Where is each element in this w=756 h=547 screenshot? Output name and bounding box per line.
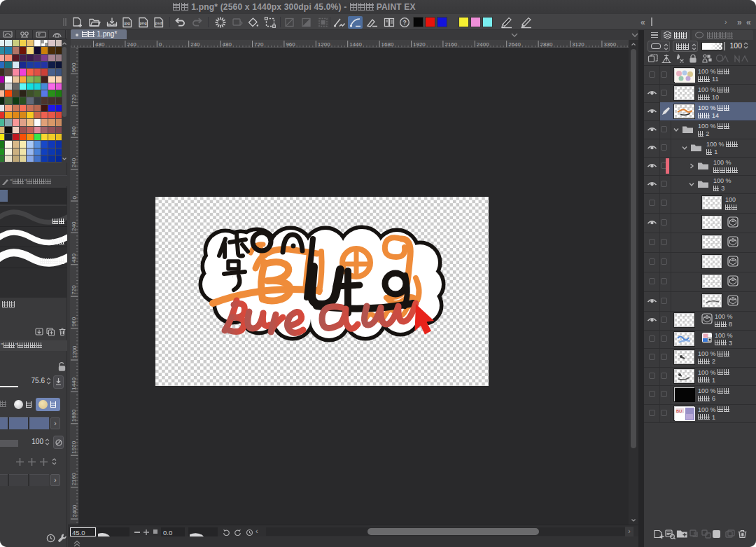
svg-text:BU: BU [676, 409, 682, 413]
svg-text:2160: 2160 [444, 41, 457, 48]
svg-text:1200: 1200 [71, 345, 78, 358]
svg-text:240: 240 [127, 41, 136, 48]
svg-text:960: 960 [71, 62, 78, 72]
svg-text:0: 0 [71, 196, 78, 200]
svg-text:960: 960 [286, 41, 295, 48]
svg-text:?: ? [402, 19, 406, 26]
svg-text:480: 480 [71, 253, 78, 263]
svg-text:240: 240 [190, 41, 200, 48]
svg-text:2160: 2160 [71, 473, 78, 485]
svg-text:1680: 1680 [71, 409, 78, 422]
svg-text:jpg: jpg [123, 21, 130, 25]
svg-text:1920: 1920 [71, 441, 78, 453]
svg-text:1200: 1200 [318, 41, 330, 48]
svg-text:240: 240 [71, 221, 78, 231]
svg-text:3120: 3120 [572, 41, 584, 48]
svg-text:720: 720 [254, 41, 264, 48]
svg-text:1440: 1440 [71, 378, 78, 390]
svg-text:2880: 2880 [540, 41, 553, 48]
svg-text:240: 240 [71, 158, 78, 167]
svg-text:1920: 1920 [413, 41, 426, 48]
svg-text:png: png [139, 21, 147, 25]
svg-text:960: 960 [71, 317, 78, 326]
svg-text:2400: 2400 [477, 41, 489, 48]
svg-text:480: 480 [71, 126, 78, 136]
svg-text:480: 480 [223, 41, 232, 48]
svg-text:480: 480 [95, 41, 105, 48]
svg-text:2400: 2400 [71, 504, 78, 517]
svg-text:720: 720 [71, 94, 78, 104]
svg-text:1440: 1440 [349, 41, 362, 48]
svg-text:720: 720 [71, 285, 78, 295]
svg-text:1680: 1680 [382, 41, 394, 48]
svg-text:0: 0 [159, 41, 162, 48]
svg-text:psd: psd [155, 21, 163, 25]
svg-text:3360: 3360 [603, 41, 616, 48]
svg-text:2640: 2640 [508, 41, 521, 48]
